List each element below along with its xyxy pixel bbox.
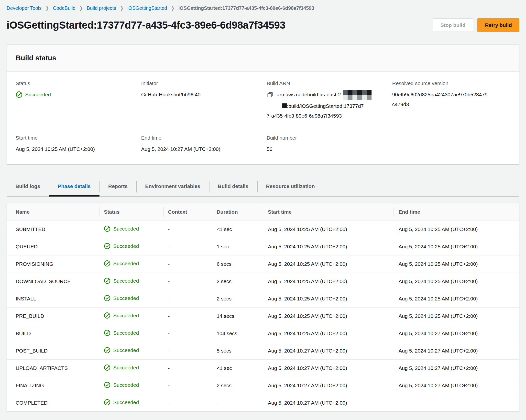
tab-build-logs[interactable]: Build logs	[7, 181, 49, 196]
phase-context: -	[163, 238, 212, 255]
phase-end-time: -	[394, 394, 519, 412]
phase-duration: -	[212, 394, 263, 412]
field-resolved-source-version-label: Resolved source version	[392, 80, 511, 86]
phase-start-time: Aug 5, 2024 10:25 AM (UTC+2:00)	[263, 255, 394, 273]
column-header-name: Name	[7, 203, 99, 221]
phase-name: DOWNLOAD_SOURCE	[7, 273, 99, 290]
phase-end-time: Aug 5, 2024 10:25 AM (UTC+2:00)	[394, 238, 519, 255]
breadcrumb-current: iOSGettingStarted:17377d77-a435-4fc3-89e…	[178, 5, 314, 11]
phase-duration: <1 sec	[212, 221, 263, 238]
phase-context: -	[163, 342, 212, 360]
breadcrumb-link-developer-tools[interactable]: Developer Tools	[7, 5, 42, 11]
phase-start-time: Aug 5, 2024 10:27 AM (UTC+2:00)	[263, 394, 394, 412]
phase-context: -	[163, 273, 212, 290]
table-row: POST_BUILD Succeeded - 5 secs Aug 5, 202…	[7, 342, 519, 360]
stop-build-button[interactable]: Stop build	[433, 18, 473, 32]
field-build-arn: Build ARN arn:aws:codebuild:us-east-2: :…	[267, 80, 385, 121]
table-row: COMPLETED Succeeded - - Aug 5, 2024 10:2…	[7, 394, 519, 412]
end-time-value: Aug 5, 2024 10:27 AM (UTC+2:00)	[141, 144, 260, 154]
column-header-end-time: End time	[394, 203, 519, 221]
page-title: iOSGettingStarted:17377d77-a435-4fc3-89e…	[7, 19, 285, 31]
build-arn-value: arn:aws:codebuild:us-east-2: :build/iOSG…	[267, 90, 385, 121]
phase-name: UPLOAD_ARTIFACTS	[7, 360, 99, 377]
phase-end-time: Aug 5, 2024 10:25 AM (UTC+2:00)	[394, 290, 519, 308]
phase-start-time: Aug 5, 2024 10:25 AM (UTC+2:00)	[263, 273, 394, 290]
phase-duration: 5 secs	[212, 342, 263, 360]
column-header-context: Context	[163, 203, 212, 221]
field-initiator: Initiator GitHub-Hookshot/bb96f40	[141, 80, 260, 121]
field-start-time: Start time Aug 5, 2024 10:25 AM (UTC+2:0…	[16, 135, 134, 154]
copy-icon[interactable]	[267, 91, 274, 101]
phase-start-time: Aug 5, 2024 10:25 AM (UTC+2:00)	[263, 290, 394, 308]
phase-duration: 2 secs	[212, 377, 263, 394]
field-status: Status Succeeded	[16, 80, 134, 121]
phase-end-time: Aug 5, 2024 10:27 AM (UTC+2:00)	[394, 377, 519, 394]
column-header-status: Status	[99, 203, 163, 221]
arn-segment-1: arn:aws:codebuild:us-east-2:	[277, 92, 342, 97]
check-circle-icon	[104, 295, 110, 301]
phase-name: COMPLETED	[7, 394, 99, 412]
phase-start-time: Aug 5, 2024 10:25 AM (UTC+2:00)	[263, 308, 394, 325]
phase-end-time: Aug 5, 2024 10:27 AM (UTC+2:00)	[394, 342, 519, 360]
field-start-time-label: Start time	[16, 135, 134, 141]
phase-duration: <1 sec	[212, 360, 263, 377]
tab-phase-details[interactable]: Phase details	[49, 181, 99, 196]
phase-duration: 2 secs	[212, 290, 263, 308]
chevron-right-icon: ❯	[79, 5, 83, 11]
check-circle-icon	[104, 330, 110, 336]
tab-environment-variables[interactable]: Environment variables	[136, 181, 209, 196]
table-row: DOWNLOAD_SOURCE Succeeded - 2 secs Aug 5…	[7, 273, 519, 290]
phase-details-panel: Name Status Context Duration Start time …	[7, 203, 519, 412]
phase-context: -	[163, 377, 212, 394]
phase-duration: 1 sec	[212, 238, 263, 255]
detail-tabs: Build logs Phase details Reports Environ…	[7, 181, 519, 197]
retry-build-button[interactable]: Retry build	[477, 18, 519, 32]
phase-name: INSTALL	[7, 290, 99, 308]
breadcrumb-link-project[interactable]: iOSGettingStarted	[127, 5, 167, 11]
table-row: SUBMITTED Succeeded - <1 sec Aug 5, 2024…	[7, 221, 519, 238]
phase-context: -	[163, 308, 212, 325]
tab-resource-utilization[interactable]: Resource utilization	[257, 181, 324, 196]
phase-context: -	[163, 360, 212, 377]
phase-context: -	[163, 255, 212, 273]
phase-start-time: Aug 5, 2024 10:25 AM (UTC+2:00)	[263, 238, 394, 255]
status-text: Succeeded	[25, 90, 51, 99]
tab-reports[interactable]: Reports	[99, 181, 136, 196]
page-header: iOSGettingStarted:17377d77-a435-4fc3-89e…	[7, 18, 519, 32]
field-build-number: Build number 56	[267, 135, 385, 154]
build-number-value: 56	[267, 144, 385, 154]
phase-name: BUILD	[7, 325, 99, 342]
table-row: FINALIZING Succeeded - 2 secs Aug 5, 202…	[7, 377, 519, 394]
check-circle-icon	[104, 277, 110, 284]
field-initiator-label: Initiator	[141, 80, 260, 86]
phase-duration: 14 secs	[212, 308, 263, 325]
start-time-value: Aug 5, 2024 10:25 AM (UTC+2:00)	[16, 144, 134, 154]
phase-name: PRE_BUILD	[7, 308, 99, 325]
phase-status: Succeeded	[104, 382, 139, 388]
breadcrumb-link-codebuild[interactable]: CodeBuild	[53, 5, 75, 11]
phase-name: SUBMITTED	[7, 221, 99, 238]
tab-build-details[interactable]: Build details	[209, 181, 257, 196]
check-circle-icon	[16, 91, 22, 98]
phase-duration: 6 secs	[212, 255, 263, 273]
phase-status: Succeeded	[104, 330, 139, 336]
field-end-time-label: End time	[141, 135, 260, 141]
build-status-panel-body: Status Succeeded Initiator GitHub-Hooksh…	[7, 72, 519, 164]
build-status-panel: Build status Status Succeeded Initiator …	[7, 44, 519, 165]
phase-status: Succeeded	[104, 312, 139, 319]
phase-end-time: Aug 5, 2024 10:25 AM (UTC+2:00)	[394, 221, 519, 238]
check-circle-icon	[104, 347, 110, 354]
phase-start-time: Aug 5, 2024 10:27 AM (UTC+2:00)	[263, 342, 394, 360]
breadcrumb-link-build-projects[interactable]: Build projects	[87, 5, 116, 11]
phase-status: Succeeded	[104, 295, 139, 301]
table-row: PROVISIONING Succeeded - 6 secs Aug 5, 2…	[7, 255, 519, 273]
field-build-number-label: Build number	[267, 135, 385, 141]
phase-context: -	[163, 221, 212, 238]
phase-status: Succeeded	[104, 364, 139, 371]
phase-start-time: Aug 5, 2024 10:25 AM (UTC+2:00)	[263, 221, 394, 238]
phase-duration: 2 secs	[212, 273, 263, 290]
field-build-arn-label: Build ARN	[267, 80, 385, 86]
column-header-start-time: Start time	[263, 203, 394, 221]
table-row: PRE_BUILD Succeeded - 14 secs Aug 5, 202…	[7, 308, 519, 325]
field-status-label: Status	[16, 80, 134, 86]
